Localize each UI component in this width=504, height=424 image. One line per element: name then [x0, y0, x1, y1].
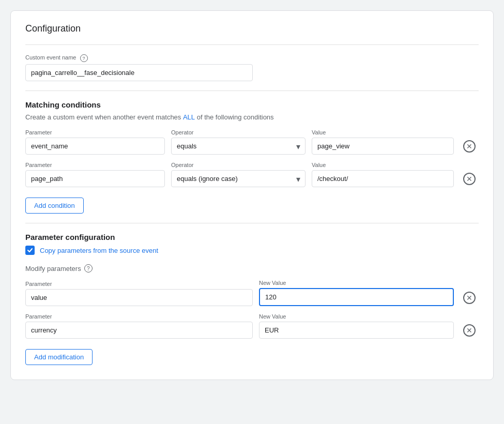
modify-params-label-row: Modify parameters ? [25, 264, 479, 272]
condition-2-remove-col: ✕ [460, 172, 479, 187]
modification-2-value-col: New Value [259, 313, 454, 339]
condition-1-remove-icon: ✕ [463, 140, 476, 153]
condition-1-param-label: Parameter [25, 129, 165, 135]
modification-1-value-label: New Value [259, 280, 454, 286]
custom-event-name-wrap [25, 64, 253, 81]
condition-1-operator-col: Operator equals equals (ignore case) con… [171, 129, 306, 155]
parameter-configuration-title: Parameter configuration [25, 233, 479, 241]
condition-1-value-label: Value [312, 129, 454, 135]
divider-1 [25, 90, 479, 91]
matching-conditions-section: Matching conditions Create a custom even… [25, 100, 479, 214]
modification-2-value-input[interactable] [259, 322, 454, 339]
condition-2-remove-icon: ✕ [463, 173, 476, 185]
modification-row-1: Parameter New Value ✕ [25, 280, 479, 306]
modification-2-param-col: Parameter [25, 313, 253, 339]
condition-2-operator-select[interactable]: equals equals (ignore case) contains sta… [171, 170, 306, 187]
parameter-configuration-section: Parameter configuration Copy parameters … [25, 233, 479, 365]
copy-params-row: Copy parameters from the source event [25, 246, 479, 255]
custom-event-help-icon[interactable]: ? [80, 54, 88, 62]
checkmark-icon [27, 247, 33, 253]
custom-event-name-section: Custom event name ? [25, 54, 479, 81]
modification-1-value-col: New Value [259, 280, 454, 306]
modification-1-param-label: Parameter [25, 281, 253, 287]
copy-params-checkbox[interactable] [25, 246, 35, 255]
condition-2-operator-col: Operator equals equals (ignore case) con… [171, 162, 306, 187]
modification-2-value-label: New Value [259, 313, 454, 320]
divider-top [25, 44, 479, 45]
modification-2-param-label: Parameter [25, 313, 253, 320]
modification-1-remove-icon: ✕ [463, 292, 476, 304]
add-modification-button[interactable]: Add modification [25, 349, 93, 365]
modify-params-help-icon[interactable]: ? [84, 264, 93, 272]
custom-event-name-input[interactable] [25, 64, 253, 81]
condition-2-operator-label: Operator [171, 162, 306, 168]
condition-1-remove-button[interactable]: ✕ [462, 139, 477, 154]
modification-1-remove-button[interactable]: ✕ [462, 291, 477, 305]
condition-1-value-input[interactable] [312, 138, 454, 155]
custom-event-name-label: Custom event name ? [25, 54, 479, 62]
modification-row-2: Parameter New Value ✕ [25, 313, 479, 339]
modification-1-param-col: Parameter [25, 281, 253, 306]
condition-2-value-label: Value [312, 162, 454, 168]
condition-1-param-col: Parameter [25, 129, 165, 155]
condition-1-remove-col: ✕ [460, 139, 479, 155]
modification-1-param-input[interactable] [25, 289, 253, 306]
modify-params-label: Modify parameters [25, 265, 81, 272]
condition-2-remove-button[interactable]: ✕ [462, 172, 477, 186]
condition-1-operator-select[interactable]: equals equals (ignore case) contains sta… [171, 138, 306, 155]
condition-1-value-col: Value [312, 129, 454, 155]
condition-1-operator-wrap: equals equals (ignore case) contains sta… [171, 138, 306, 155]
page-title: Configuration [25, 23, 479, 34]
add-condition-button[interactable]: Add condition [25, 198, 84, 214]
condition-2-param-col: Parameter [25, 162, 165, 187]
matching-conditions-title: Matching conditions [25, 100, 479, 109]
modification-2-remove-icon: ✕ [463, 324, 476, 337]
configuration-card: Configuration Custom event name ? Matchi… [10, 10, 494, 380]
condition-2-param-input[interactable] [25, 170, 165, 187]
condition-2-operator-wrap: equals equals (ignore case) contains sta… [171, 170, 306, 187]
condition-2-value-input[interactable] [312, 170, 454, 187]
modification-1-remove-col: ✕ [460, 291, 479, 306]
matching-conditions-subtitle: Create a custom event when another event… [25, 113, 479, 121]
condition-2-param-label: Parameter [25, 162, 165, 168]
condition-1-param-input[interactable] [25, 138, 165, 155]
copy-params-label[interactable]: Copy parameters from the source event [40, 247, 158, 254]
divider-2 [25, 223, 479, 223]
condition-row-2: Parameter Operator equals equals (ignore… [25, 162, 479, 187]
condition-2-value-col: Value [312, 162, 454, 187]
modification-2-remove-button[interactable]: ✕ [462, 323, 477, 338]
condition-1-operator-label: Operator [171, 129, 306, 135]
modification-2-param-input[interactable] [25, 322, 253, 339]
modification-1-value-input[interactable] [259, 288, 454, 306]
condition-row-1: Parameter Operator equals equals (ignore… [25, 129, 479, 155]
modification-2-remove-col: ✕ [460, 323, 479, 339]
